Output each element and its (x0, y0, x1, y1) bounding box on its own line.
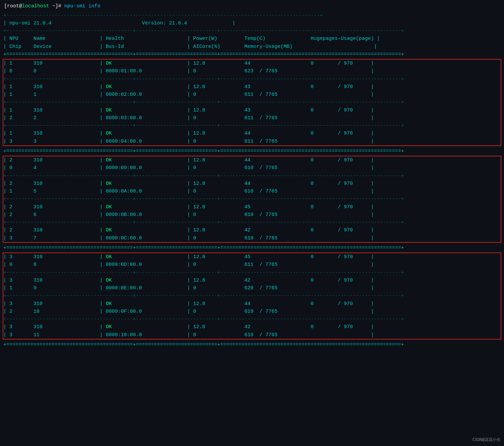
npu-group-2: | 2 310 | OK | 12.8 44 0 / 970 | | 0 4 |… (3, 156, 501, 243)
group-separator-2: +=======================================… (0, 244, 504, 252)
prompt-root: [root@ (4, 3, 22, 9)
terminal: [root@localhost ~]# npu-smi info +------… (0, 0, 504, 446)
npu-group-1: | 1 310 | OK | 12.8 44 0 / 970 | | 0 0 |… (3, 59, 501, 146)
table-footer: +=======================================… (0, 341, 504, 349)
prompt-path: ~]# (49, 3, 64, 9)
npu2-chips: | 2 310 | OK | 12.8 44 0 / 970 | | 0 4 |… (3, 156, 501, 242)
prompt-cmd: npu-smi info (64, 3, 100, 9)
version-right: Version: 21.0.4 (142, 20, 187, 26)
version-left: npu-smi 21.0.4 (9, 20, 52, 26)
watermark: CSDN@花花小生 (473, 437, 501, 443)
prompt-line: [root@localhost ~]# npu-smi info (0, 0, 504, 12)
group-separator-1: +=======================================… (0, 147, 504, 155)
prompt-host: localhost (22, 3, 49, 9)
npu3-chips: | 3 310 | OK | 12.8 45 0 / 970 | | 0 8 |… (3, 253, 501, 339)
npu-table: +---------------------------------------… (0, 12, 504, 59)
npu-group-3: | 3 310 | OK | 12.8 45 0 / 970 | | 0 8 |… (3, 252, 501, 340)
npu1-chip0: | 1 310 | OK | 12.8 44 0 / 970 | | 0 0 |… (3, 60, 501, 145)
